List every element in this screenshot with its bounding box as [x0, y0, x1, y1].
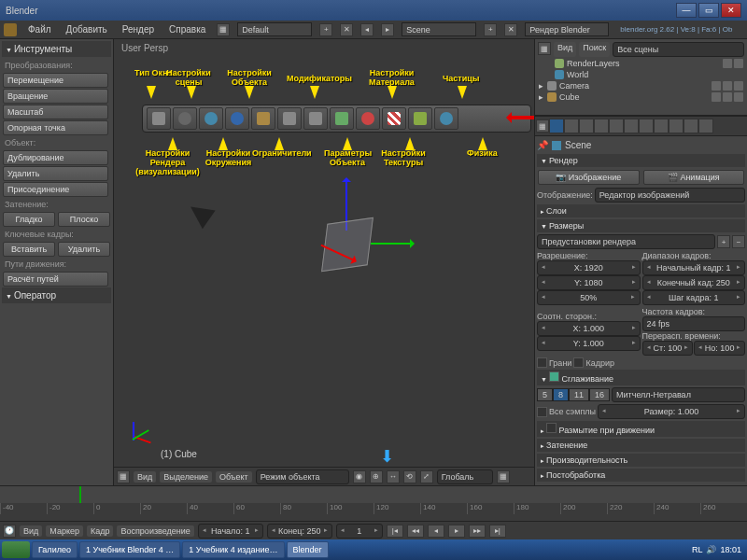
modifiers-tab-icon[interactable]	[303, 107, 328, 130]
duplicate-button[interactable]: Дублирование	[3, 150, 108, 165]
motion-blur-checkbox[interactable]	[546, 423, 557, 433]
taskbar-item-2[interactable]: 1 Учебник 4 издание…	[182, 541, 284, 558]
particles-tab-icon[interactable]	[408, 107, 432, 130]
shading-section-header[interactable]: Затенение	[537, 439, 745, 452]
play-reverse-button[interactable]: ◂	[428, 525, 444, 538]
prop-tab-texture[interactable]	[669, 119, 684, 133]
scene-tab-icon[interactable]	[199, 107, 223, 130]
origin-button[interactable]: Опорная точка	[3, 120, 108, 135]
layers-icon[interactable]: ▦	[497, 470, 510, 483]
aa-section-header[interactable]: Сглаживание	[537, 370, 745, 385]
pivot-icon[interactable]: ⊕	[370, 470, 383, 483]
dimensions-section-header[interactable]: Размеры	[537, 219, 745, 232]
taskbar-item-0[interactable]: Галилео	[32, 541, 78, 558]
render-animation-button[interactable]: 🎬 Анимация	[643, 170, 745, 185]
timeline-marker-menu[interactable]: Маркер	[46, 525, 83, 537]
jump-end-button[interactable]: ▸|	[489, 525, 506, 538]
aa-5-button[interactable]: 5	[537, 388, 553, 401]
outliner-item-world[interactable]: World	[537, 69, 745, 80]
frame-step-field[interactable]: Шаг кадра: 1	[642, 290, 746, 305]
outliner-search-menu[interactable]: Поиск	[579, 42, 610, 57]
props-editor-icon[interactable]: ▦	[536, 119, 549, 133]
physics-tab-icon[interactable]	[434, 107, 458, 130]
resolution-y-field[interactable]: Y: 1080	[537, 275, 641, 290]
prop-tab-particles[interactable]	[684, 119, 698, 133]
prop-tab-modifiers[interactable]	[624, 119, 639, 133]
minimize-button[interactable]: —	[676, 3, 697, 18]
render-preset-select[interactable]: Предустановки рендера	[537, 234, 715, 249]
keyframe-insert-button[interactable]: Вставить	[3, 242, 55, 257]
language-indicator[interactable]: RL	[692, 545, 703, 554]
frame-end-field[interactable]: Конечный кад: 250	[642, 275, 746, 290]
pin-icon[interactable]: 📌	[537, 140, 548, 150]
select-menu[interactable]: Выделение	[160, 471, 212, 483]
menu-add[interactable]: Добавить	[63, 22, 111, 36]
outliner-editor-icon[interactable]: ▦	[538, 42, 551, 55]
start-button[interactable]	[2, 541, 30, 558]
layers-section-header[interactable]: Слои	[537, 204, 745, 217]
aa-enable-checkbox[interactable]	[549, 371, 559, 382]
menu-file[interactable]: Файл	[24, 22, 55, 36]
preset-add-button[interactable]: +	[717, 235, 730, 248]
post-section-header[interactable]: Постобработка	[537, 469, 745, 482]
remap-new-field[interactable]: Но: 100	[694, 341, 745, 356]
breadcrumb[interactable]: Scene	[565, 140, 591, 150]
outliner-item-renderlayers[interactable]: RenderLayers	[537, 58, 745, 69]
render-image-button[interactable]: 📷 Изображение	[538, 170, 640, 185]
timeline-view-menu[interactable]: Вид	[20, 525, 42, 537]
full-sample-checkbox[interactable]	[537, 407, 547, 417]
resolution-x-field[interactable]: X: 1920	[537, 260, 641, 275]
menu-render[interactable]: Рендер	[119, 22, 158, 36]
outliner-filter[interactable]: Все сцены	[613, 42, 744, 57]
play-button[interactable]: ▸	[448, 525, 465, 538]
translate-button[interactable]: Перемещение	[3, 73, 108, 88]
constraints-tab-icon[interactable]	[277, 107, 302, 130]
smooth-button[interactable]: Гладко	[3, 212, 55, 227]
aspect-x-field[interactable]: X: 1.000	[537, 321, 641, 336]
scene-nav-next[interactable]: ▸	[381, 23, 394, 36]
join-button[interactable]: Присоединение	[3, 182, 108, 197]
border-checkbox[interactable]	[537, 357, 547, 368]
render-engine[interactable]: Рендер Blender	[525, 22, 609, 36]
taskbar-item-3[interactable]: Blender	[287, 541, 329, 558]
keyframe-remove-button[interactable]: Удалить	[58, 242, 110, 257]
manip-move-icon[interactable]: ↔	[387, 470, 400, 483]
prop-tab-scene[interactable]	[564, 119, 579, 133]
end-frame-field[interactable]: Конец: 250	[267, 524, 332, 539]
scene-add[interactable]: +	[484, 23, 497, 36]
rotate-button[interactable]: Вращение	[3, 89, 108, 104]
taskbar-item-1[interactable]: 1 Учебник Blender 4 …	[79, 541, 180, 558]
blender-icon[interactable]	[4, 23, 17, 36]
clock[interactable]: 18:01	[720, 545, 741, 554]
scene-selector[interactable]: Scene	[402, 22, 476, 36]
tools-header[interactable]: Инструменты	[2, 41, 111, 57]
menu-help[interactable]: Справка	[165, 22, 209, 36]
timeline-playback-menu[interactable]: Воспроизведение	[117, 525, 193, 537]
layout-remove[interactable]: ✕	[340, 23, 353, 36]
timeline-playhead[interactable]	[79, 486, 81, 503]
editor-type-icon[interactable]	[147, 107, 171, 130]
prop-tab-material[interactable]	[654, 119, 669, 133]
close-button[interactable]: ✕	[721, 3, 741, 18]
prop-tab-render[interactable]	[549, 119, 564, 133]
editor-type-button[interactable]: ▦	[117, 470, 130, 483]
operator-header[interactable]: Оператор	[2, 287, 111, 303]
prop-tab-physics[interactable]	[698, 119, 713, 133]
render-tab-icon[interactable]	[173, 107, 197, 130]
prop-tab-world[interactable]	[579, 119, 594, 133]
cube-object[interactable]	[321, 217, 374, 272]
aa-16-button[interactable]: 16	[589, 388, 610, 401]
aspect-y-field[interactable]: Y: 1.000	[537, 336, 641, 351]
current-frame-field[interactable]: 1	[336, 524, 383, 539]
timeline-ruler[interactable]: -40-200204060801001201401601802002202402…	[0, 503, 747, 514]
prop-tab-object[interactable]	[594, 119, 609, 133]
start-frame-field[interactable]: Начало: 1	[198, 524, 263, 539]
material-tab-icon[interactable]	[356, 107, 380, 130]
layout-selector[interactable]: Default	[237, 22, 312, 36]
system-tray[interactable]: RL 🔊 18:01	[688, 545, 745, 554]
frame-start-field[interactable]: Начальный кадр: 1	[642, 260, 746, 275]
outliner-view-menu[interactable]: Вид	[554, 42, 576, 57]
preset-remove-button[interactable]: −	[732, 235, 745, 248]
world-tab-icon[interactable]	[225, 107, 249, 130]
timeline-editor-icon[interactable]: 🕐	[3, 525, 16, 538]
